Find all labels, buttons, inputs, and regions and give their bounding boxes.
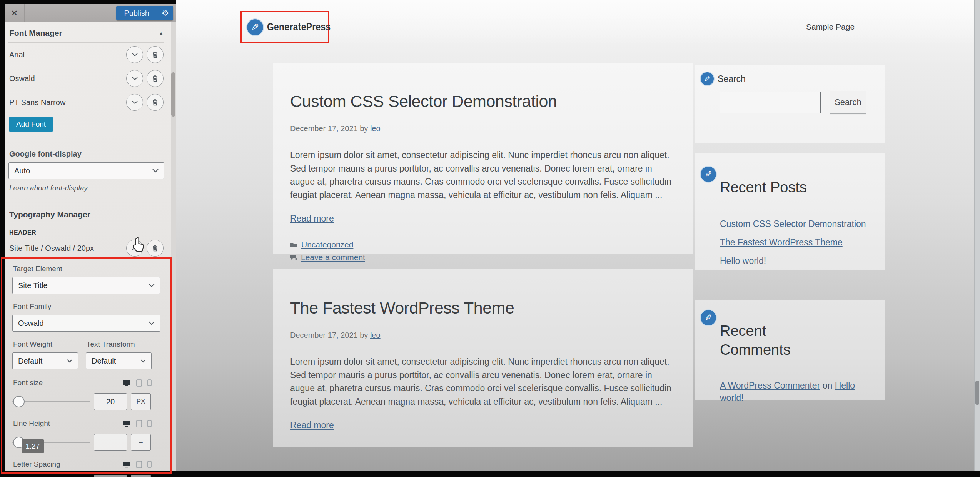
trash-icon <box>152 75 158 82</box>
edit-search-widget-button[interactable]: ✎ <box>700 72 715 86</box>
font-weight-select[interactable]: Default <box>12 352 78 369</box>
recent-post-link[interactable]: Custom CSS Selector Demonstration <box>720 219 885 229</box>
site-title[interactable]: GeneratePress <box>267 21 331 33</box>
expand-font-button[interactable] <box>126 70 143 87</box>
expand-font-button[interactable] <box>126 94 143 111</box>
pencil-icon: ✎ <box>251 22 259 33</box>
typography-manager-title: Typography Manager <box>8 210 164 219</box>
pencil-icon: ✎ <box>704 75 710 83</box>
comment-on-text: on <box>823 380 833 390</box>
tablet-device-icon[interactable] <box>136 379 142 387</box>
panel-scrollbar-thumb[interactable] <box>171 72 175 117</box>
post-title[interactable]: Custom CSS Selector Demonstration <box>290 92 676 111</box>
edit-site-title-button[interactable]: ✎ <box>246 18 264 36</box>
leave-comment-link[interactable]: Leave a comment <box>301 253 365 262</box>
browser-scrollbar[interactable] <box>974 0 980 471</box>
font-display-learn-link[interactable]: Learn about font-display <box>9 184 88 192</box>
commenter-link[interactable]: A WordPress Commenter <box>720 380 820 390</box>
target-element-select[interactable]: Site Title <box>12 277 160 294</box>
post-excerpt: Lorem ipsum dolor sit amet, consectetur … <box>290 355 676 408</box>
expand-font-button[interactable] <box>126 46 143 63</box>
post-by-text: by <box>360 124 368 133</box>
post-author-link[interactable]: leo <box>370 124 381 133</box>
edit-recent-comments-button[interactable]: ✎ <box>700 309 717 326</box>
mobile-device-icon[interactable] <box>147 461 152 468</box>
chevron-up-icon <box>132 247 138 250</box>
post-by-text: by <box>360 331 368 339</box>
font-size-value[interactable]: 20 <box>94 393 127 410</box>
delete-entry-button[interactable] <box>147 240 164 257</box>
post-title[interactable]: The Fastest WordPress Theme <box>290 299 676 317</box>
app-frame: × Publish ⚙ Font Manager ▲ Arial <box>0 0 980 477</box>
target-element-label: Target Element <box>12 265 160 273</box>
post-card: The Fastest WordPress Theme December 17,… <box>273 269 693 447</box>
font-size-unit-button[interactable]: PX <box>131 393 151 410</box>
font-name: PT Sans Narrow <box>9 98 65 107</box>
post-meta: December 17, 2021 by leo <box>290 331 676 340</box>
add-font-button[interactable]: Add Font <box>9 117 53 132</box>
google-font-display-select[interactable]: Auto <box>8 162 164 179</box>
close-customizer-button[interactable]: × <box>5 4 25 22</box>
post-excerpt: Lorem ipsum dolor sit amet, consectetur … <box>290 148 676 202</box>
delete-font-button[interactable] <box>147 46 164 63</box>
desktop-device-icon[interactable] <box>122 380 131 386</box>
recent-post-link[interactable]: The Fastest WordPress Theme <box>720 237 885 248</box>
tablet-device-icon[interactable] <box>136 420 142 427</box>
edit-recent-posts-button[interactable]: ✎ <box>700 166 717 183</box>
folder-icon <box>290 242 297 247</box>
font-manager-section-header[interactable]: Font Manager ▲ <box>8 22 164 43</box>
publish-button[interactable]: Publish <box>116 6 157 20</box>
collapse-entry-button[interactable] <box>126 240 143 257</box>
category-link[interactable]: Uncategorized <box>301 447 353 447</box>
desktop-device-icon[interactable] <box>122 461 131 468</box>
customizer-panel: × Publish ⚙ Font Manager ▲ Arial <box>5 4 176 471</box>
read-more-link[interactable]: Read more <box>290 420 334 430</box>
customizer-topbar: × Publish ⚙ <box>5 4 176 22</box>
selected-value: Default <box>18 357 42 365</box>
pencil-icon: ✎ <box>705 313 712 323</box>
chevron-down-icon <box>149 321 155 325</box>
chevron-down-icon <box>149 284 155 287</box>
post-card: Custom CSS Selector Demonstration Decemb… <box>273 63 693 254</box>
delete-font-button[interactable] <box>147 70 164 87</box>
font-size-slider[interactable] <box>12 396 90 407</box>
mobile-device-icon[interactable] <box>147 379 152 386</box>
typography-group-header: HEADER <box>8 229 164 236</box>
line-height-value[interactable] <box>94 434 127 451</box>
chevron-down-icon <box>67 359 72 363</box>
search-button[interactable]: Search <box>830 91 866 114</box>
line-height-label: Line Height <box>12 419 51 428</box>
post-date: December 17, 2021 <box>290 124 358 133</box>
typography-entry-label: Site Title / Oswald / 20px <box>9 244 94 253</box>
selected-value: Auto <box>14 167 30 175</box>
recent-post-link[interactable]: Hello world! <box>720 256 885 266</box>
category-link[interactable]: Uncategorized <box>301 240 353 249</box>
trash-icon <box>152 245 158 252</box>
search-input[interactable] <box>720 92 821 113</box>
google-font-display-label: Google font-display <box>8 150 164 158</box>
slider-thumb[interactable] <box>13 396 25 407</box>
recent-comment-item: A WordPress Commenter on Hello world! <box>720 379 866 404</box>
tablet-device-icon[interactable] <box>136 461 142 468</box>
panel-scrollbar[interactable] <box>171 22 176 471</box>
text-transform-select[interactable]: Default <box>86 352 152 369</box>
nav-item-sample-page[interactable]: Sample Page <box>806 22 855 32</box>
desktop-device-icon[interactable] <box>122 420 131 427</box>
letter-spacing-value[interactable]: 1.27 <box>94 475 127 477</box>
recent-posts-widget: ✎ Recent Posts Custom CSS Selector Demon… <box>695 153 885 270</box>
collapse-arrow-icon[interactable]: ▲ <box>159 30 164 36</box>
browser-scrollbar-thumb[interactable] <box>975 381 979 405</box>
font-row-oswald: Oswald <box>8 67 164 90</box>
delete-font-button[interactable] <box>147 94 164 111</box>
trash-icon <box>152 51 158 58</box>
publish-settings-gear-icon[interactable]: ⚙ <box>157 6 173 20</box>
site-preview: ✎ GeneratePress Sample Page Custom CSS S… <box>176 0 980 471</box>
font-family-select[interactable]: Oswald <box>12 315 160 332</box>
mobile-device-icon[interactable] <box>147 420 152 427</box>
letter-spacing-unit-button[interactable]: PX <box>131 475 151 477</box>
post-author-link[interactable]: leo <box>370 331 381 339</box>
read-more-link[interactable]: Read more <box>290 213 334 224</box>
line-height-unit-button[interactable]: – <box>131 434 151 451</box>
font-size-label: Font size <box>12 379 43 387</box>
chevron-down-icon <box>132 101 138 104</box>
